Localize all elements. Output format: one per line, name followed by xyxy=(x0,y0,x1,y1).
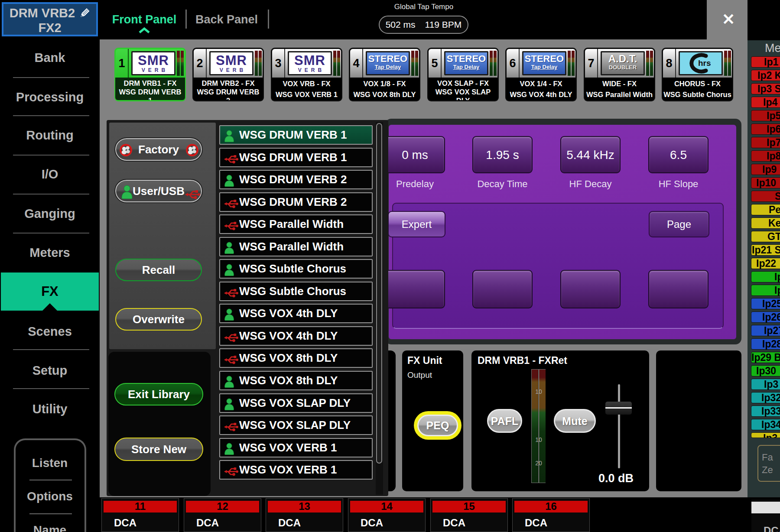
svg-text:hrs: hrs xyxy=(698,58,711,68)
